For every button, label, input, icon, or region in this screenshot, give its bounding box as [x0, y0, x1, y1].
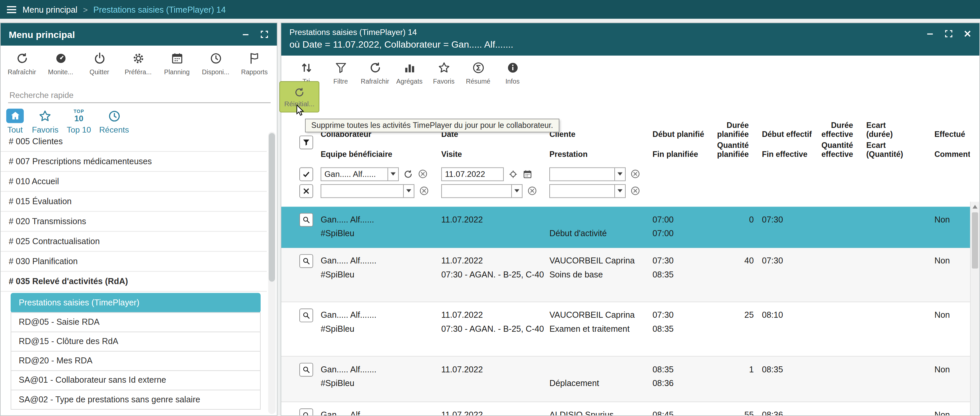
magnifier-icon	[302, 216, 311, 224]
menu-item-planification[interactable]: # 030 Planification	[1, 252, 267, 272]
close-button[interactable]	[963, 29, 972, 38]
chevron-down-icon	[511, 184, 522, 197]
submenu-item-prestations-saisies[interactable]: Prestations saisies (TimePlayer)	[11, 293, 261, 313]
filter-toolbar-button[interactable]: Filtre	[325, 59, 357, 89]
chevron-down-icon	[403, 184, 414, 197]
tab-favoris[interactable]: Favoris	[32, 109, 59, 134]
minimize-button[interactable]	[241, 30, 250, 39]
filter-exclude-button[interactable]	[299, 184, 313, 197]
refresh-toolbar-button[interactable]: Rafraîchir	[359, 59, 391, 89]
availability-toolbar-button[interactable]: Disponi...	[197, 49, 235, 82]
filter-row-exclude	[282, 183, 970, 200]
header-duree-effective[interactable]: Durée effectiveQuantité effective	[821, 121, 858, 165]
submenu-item-sa01[interactable]: SA@01 - Collaborateur sans Id externe	[11, 370, 261, 391]
scrollbar-up-button[interactable]	[970, 202, 979, 211]
clear-filter-icon[interactable]	[418, 186, 430, 196]
header-effectue[interactable]: EffectuéCommentaire	[933, 121, 970, 165]
cliente-filter-combo[interactable]	[549, 167, 626, 181]
calendar-picker-icon[interactable]	[523, 169, 533, 179]
breadcrumb-root[interactable]: Menu principal	[23, 5, 78, 14]
favorites-toolbar-button[interactable]: Favoris	[428, 59, 460, 89]
menu-item-clientes[interactable]: # 005 Clientes	[1, 132, 267, 152]
clock-icon	[209, 52, 222, 65]
collaborateur-filter-combo[interactable]: Gan..... Alf......	[321, 167, 399, 181]
date-exclude-combo[interactable]	[441, 184, 523, 197]
prestations-titlebar: Prestations saisies (TimePlayer) 14 où D…	[282, 23, 979, 56]
refresh-filter-icon[interactable]	[403, 169, 413, 179]
header-duree-planifiee[interactable]: Durée planifiéeQuantité planifiée	[711, 121, 754, 165]
row-detail-button[interactable]	[299, 363, 313, 376]
menu-item-releve-activites[interactable]: # 035 Relevé d'activités (RdA)	[1, 272, 267, 292]
star-icon	[438, 61, 450, 74]
clear-filter-icon[interactable]	[418, 168, 428, 179]
grid-scrollbar	[970, 202, 979, 415]
menu-item-evaluation[interactable]: # 015 Évaluation	[1, 192, 267, 212]
tab-tout[interactable]: Tout	[6, 109, 24, 134]
tab-recents[interactable]: Récents	[99, 109, 129, 134]
refresh-toolbar-button[interactable]: Rafraîchir	[3, 49, 41, 82]
monitor-toolbar-button[interactable]: Monite...	[42, 49, 80, 82]
submenu-item-rd15[interactable]: RD@15 - Clôture des RdA	[11, 332, 261, 352]
info-icon	[506, 61, 519, 74]
prestations-filter-line: où Date = 11.07.2022, Collaborateur = Ga…	[290, 39, 971, 49]
tab-top10[interactable]: TOP10 Top 10	[67, 109, 91, 134]
flag-icon	[248, 52, 261, 65]
mouse-cursor	[296, 104, 305, 117]
target-icon[interactable]	[508, 169, 518, 179]
main-menu-titlebar: Menu principal	[1, 23, 277, 46]
maximize-button[interactable]	[260, 30, 269, 39]
column-filter-button[interactable]	[299, 135, 313, 149]
header-debut-planifie[interactable]: Début planifiéFin planifiée	[653, 121, 711, 165]
minimize-button[interactable]	[926, 29, 934, 38]
bar-chart-icon	[402, 61, 416, 74]
menu-item-transmissions[interactable]: # 020 Transmissions	[1, 212, 267, 232]
submenu-item-sa02[interactable]: SA@02 - Type de prestations sans genre s…	[11, 390, 261, 410]
submenu-item-rd20[interactable]: RD@20 - Mes RDA	[11, 351, 261, 371]
submenu-item-rd05[interactable]: RD@05 - Saisie RDA	[11, 313, 261, 332]
clear-filter-icon[interactable]	[527, 186, 538, 196]
table-row[interactable]: Gan..... Alf.......#SpiBleu 11.07.202207…	[282, 248, 970, 302]
main-menu-title: Menu principal	[9, 29, 75, 40]
chevron-down-icon	[614, 184, 625, 197]
summary-toolbar-button[interactable]: Résumé	[462, 59, 495, 89]
hamburger-menu-icon[interactable]	[6, 5, 17, 13]
calendar-icon	[170, 52, 183, 65]
header-debut-effectif[interactable]: Début effectifFin effective	[762, 121, 821, 165]
filter-include-button[interactable]	[299, 167, 313, 181]
magnifier-icon	[302, 311, 311, 320]
row-detail-button[interactable]	[299, 254, 313, 268]
table-row[interactable]: Gan..... Alf.......#SpiBleu 11.07.202207…	[282, 302, 970, 357]
clear-filter-icon[interactable]	[630, 168, 641, 179]
refresh-icon	[15, 52, 28, 65]
menu-item-accueil[interactable]: # 010 Accueil	[1, 172, 267, 192]
table-row[interactable]: Gan..... Alf.......#SpiBleu 11.07.2022 D…	[282, 357, 970, 402]
magnifier-icon	[302, 365, 311, 374]
table-row[interactable]: Gan..... Alf.......#SpiBleu 11.07.2022 A…	[282, 402, 970, 415]
search-input[interactable]	[8, 88, 270, 103]
menu-item-prescriptions[interactable]: # 007 Prescriptions médicamenteuses	[1, 152, 267, 172]
menu-scrollbar-thumb[interactable]	[269, 133, 275, 281]
reports-toolbar-button[interactable]: Rapports	[235, 49, 273, 82]
infos-toolbar-button[interactable]: Infos	[496, 59, 529, 89]
collaborateur-exclude-combo[interactable]	[321, 184, 414, 197]
row-detail-button[interactable]	[299, 213, 313, 227]
date-filter-field[interactable]: 11.07.2022	[441, 167, 504, 181]
table-row[interactable]: Gan..... Alf......#SpiBleu 11.07.2022 Dé…	[282, 207, 970, 248]
row-detail-button[interactable]	[299, 408, 313, 415]
planning-toolbar-button[interactable]: Planning	[158, 49, 196, 82]
menu-item-contractualisation[interactable]: # 025 Contractualisation	[1, 232, 267, 252]
maximize-button[interactable]	[944, 29, 953, 38]
sigma-icon	[472, 61, 485, 74]
grid-scrollbar-thumb[interactable]	[972, 213, 978, 269]
cliente-exclude-combo[interactable]	[549, 184, 626, 197]
header-cliente[interactable]: ClientePrestation	[549, 121, 652, 165]
arrow-up-icon	[973, 205, 978, 208]
aggregates-toolbar-button[interactable]: Agrégats	[393, 59, 426, 89]
breadcrumb-current[interactable]: Prestations saisies (TimePlayer) 14	[93, 5, 226, 14]
header-ecart[interactable]: Ecart (durée)Ecart (Quantité)	[866, 121, 912, 165]
clear-filter-icon[interactable]	[630, 186, 641, 196]
row-detail-button[interactable]	[299, 308, 313, 322]
preferences-toolbar-button[interactable]: Préféra...	[119, 49, 157, 82]
chevron-down-icon	[388, 168, 398, 180]
quit-toolbar-button[interactable]: Quitter	[81, 49, 118, 82]
